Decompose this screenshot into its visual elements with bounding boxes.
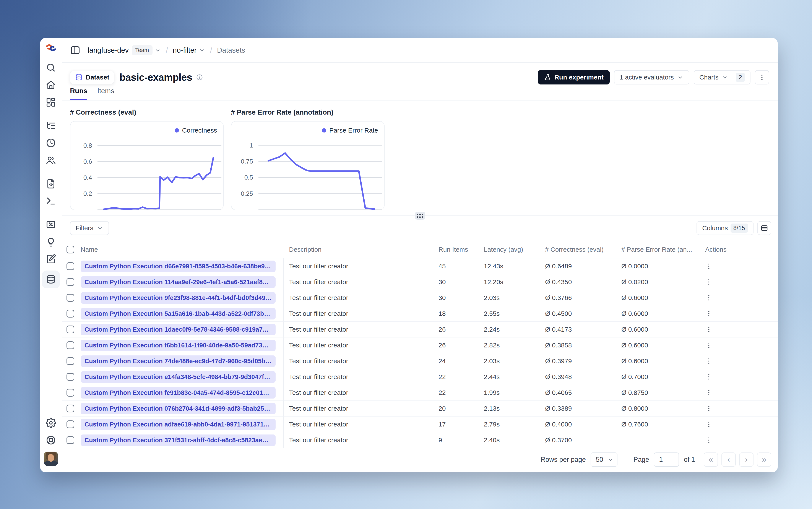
sidebar-item-support[interactable]: [45, 434, 57, 446]
row-kebab-menu-icon[interactable]: [705, 420, 713, 428]
resize-handle[interactable]: [415, 212, 425, 219]
sidebar-item-sessions[interactable]: [45, 137, 57, 149]
row-kebab-menu-icon[interactable]: [705, 342, 713, 349]
legend-label: Parse Error Rate: [329, 127, 378, 134]
row-checkbox[interactable]: [67, 420, 74, 428]
column-header-latency[interactable]: Latency (avg): [484, 246, 545, 253]
table-row[interactable]: Custom Python Execution 076b2704-341d-48…: [62, 401, 778, 416]
sidebar-item-evaluation[interactable]: [45, 218, 57, 230]
chevron-down-icon[interactable]: [154, 47, 161, 54]
user-avatar[interactable]: [44, 451, 58, 466]
tab-runs[interactable]: Runs: [70, 87, 87, 100]
run-name-link[interactable]: Custom Python Execution 076b2704-341d-48…: [80, 403, 276, 414]
row-checkbox[interactable]: [67, 310, 74, 317]
run-name-link[interactable]: Custom Python Execution d66e7991-8595-45…: [80, 261, 276, 272]
info-icon[interactable]: [196, 74, 203, 81]
row-checkbox[interactable]: [67, 436, 74, 444]
evaluators-dropdown[interactable]: 1 active evaluators: [614, 70, 689, 84]
row-kebab-menu-icon[interactable]: [705, 405, 713, 412]
sidebar-item-datasets-active[interactable]: [42, 271, 60, 288]
sidebar-item-insights[interactable]: [45, 236, 57, 247]
sidebar-item-home[interactable]: [45, 79, 57, 91]
column-header-parse-error-rate[interactable]: # Parse Error Rate (an...: [621, 246, 700, 253]
row-checkbox[interactable]: [67, 278, 74, 286]
row-kebab-menu-icon[interactable]: [705, 373, 713, 380]
sidebar-item-dashboards[interactable]: [45, 96, 57, 108]
table-row[interactable]: Custom Python Execution 371f531c-abff-4d…: [62, 432, 778, 448]
dataset-tabs: Runs Items: [62, 84, 778, 101]
run-name-link[interactable]: Custom Python Execution fe91b83e-04a5-47…: [80, 387, 276, 399]
run-name-link[interactable]: Custom Python Execution 114aa9ef-29e6-4e…: [80, 276, 276, 288]
chevron-down-icon[interactable]: [198, 47, 205, 54]
table-row[interactable]: Custom Python Execution 9fe23f98-881e-44…: [62, 290, 778, 306]
column-header-name[interactable]: Name: [80, 241, 284, 258]
next-page-button[interactable]: ›: [739, 452, 753, 467]
sidebar-item-search[interactable]: [45, 62, 57, 73]
row-kebab-menu-icon[interactable]: [705, 436, 713, 444]
breadcrumb-environment[interactable]: no-filter: [173, 46, 197, 54]
table-row[interactable]: Custom Python Execution 5a15a616-1bab-44…: [62, 306, 778, 321]
more-actions-button[interactable]: [755, 70, 769, 84]
row-checkbox[interactable]: [67, 373, 74, 381]
tab-items[interactable]: Items: [97, 87, 114, 100]
table-row[interactable]: Custom Python Execution e14fa348-5cfc-49…: [62, 369, 778, 385]
table-row[interactable]: Custom Python Execution 74de488e-ec9d-47…: [62, 353, 778, 369]
last-page-button[interactable]: »: [757, 452, 771, 467]
row-checkbox[interactable]: [67, 262, 74, 270]
page-number-input[interactable]: [654, 452, 679, 467]
table-row[interactable]: Custom Python Execution 1daec0f9-5e78-43…: [62, 321, 778, 337]
run-name-link[interactable]: Custom Python Execution 1daec0f9-5e78-43…: [80, 324, 276, 335]
table-row[interactable]: Custom Python Execution adfae619-abb0-4d…: [62, 416, 778, 432]
table-row[interactable]: Custom Python Execution d66e7991-8595-45…: [62, 259, 778, 274]
run-name-link[interactable]: Custom Python Execution 371f531c-abff-4d…: [80, 435, 276, 446]
run-experiment-button[interactable]: Run experiment: [538, 70, 610, 84]
row-kebab-menu-icon[interactable]: [705, 278, 713, 286]
run-parse-error-value: Ø 0.6000: [621, 326, 700, 333]
row-kebab-menu-icon[interactable]: [705, 263, 713, 270]
row-checkbox[interactable]: [67, 341, 74, 349]
sidebar-item-users[interactable]: [45, 155, 57, 166]
row-checkbox[interactable]: [67, 357, 74, 365]
page-size-select[interactable]: 50: [590, 452, 617, 467]
chart-card: 0.80.60.40.2 Correctness: [70, 121, 224, 210]
sidebar-item-prompts[interactable]: [45, 178, 57, 190]
row-height-button[interactable]: [757, 221, 771, 235]
columns-button[interactable]: Columns 8/15: [697, 221, 753, 235]
table-row[interactable]: Custom Python Execution fe91b83e-04a5-47…: [62, 385, 778, 401]
breadcrumb-page[interactable]: Datasets: [217, 46, 245, 54]
sidebar-item-annotation[interactable]: [45, 253, 57, 265]
run-name-link[interactable]: Custom Python Execution e14fa348-5cfc-49…: [80, 371, 276, 383]
previous-page-button[interactable]: ‹: [721, 452, 736, 467]
row-checkbox[interactable]: [67, 389, 74, 397]
run-correctness-value: Ø 0.4500: [545, 310, 621, 317]
sidebar-item-playground[interactable]: [45, 195, 57, 207]
row-checkbox[interactable]: [67, 405, 74, 412]
column-header-run-items[interactable]: Run Items: [439, 246, 484, 253]
sidebar-item-settings[interactable]: [45, 417, 57, 429]
filters-button[interactable]: Filters: [70, 221, 109, 235]
select-all-checkbox[interactable]: [67, 246, 74, 253]
run-name-link[interactable]: Custom Python Execution 9fe23f98-881e-44…: [80, 292, 276, 304]
first-page-button[interactable]: «: [704, 452, 718, 467]
breadcrumb-project[interactable]: langfuse-dev: [88, 46, 129, 54]
row-kebab-menu-icon[interactable]: [705, 326, 713, 333]
row-checkbox[interactable]: [67, 326, 74, 333]
run-name-link[interactable]: Custom Python Execution 5a15a616-1bab-44…: [80, 308, 276, 319]
table-row[interactable]: Custom Python Execution f6bb1614-1f90-40…: [62, 337, 778, 353]
row-kebab-menu-icon[interactable]: [705, 310, 713, 317]
run-name-link[interactable]: Custom Python Execution adfae619-abb0-4d…: [80, 419, 276, 430]
row-kebab-menu-icon[interactable]: [705, 294, 713, 302]
column-header-description[interactable]: Description: [284, 246, 439, 253]
run-name-link[interactable]: Custom Python Execution f6bb1614-1f90-40…: [80, 340, 276, 351]
row-kebab-menu-icon[interactable]: [705, 389, 713, 396]
row-kebab-menu-icon[interactable]: [705, 358, 713, 365]
table-row[interactable]: Custom Python Execution 114aa9ef-29e6-4e…: [62, 274, 778, 290]
column-header-correctness[interactable]: # Correctness (eval): [545, 246, 621, 253]
sidebar-toggle-icon[interactable]: [70, 45, 80, 56]
sidebar-item-tracing[interactable]: [45, 120, 57, 132]
charts-dropdown[interactable]: Charts 2: [694, 70, 750, 84]
run-parse-error-value: Ø 0.0200: [621, 278, 700, 286]
pagination-nav: « ‹ › »: [704, 452, 771, 467]
row-checkbox[interactable]: [67, 294, 74, 302]
run-name-link[interactable]: Custom Python Execution 74de488e-ec9d-47…: [80, 355, 276, 367]
